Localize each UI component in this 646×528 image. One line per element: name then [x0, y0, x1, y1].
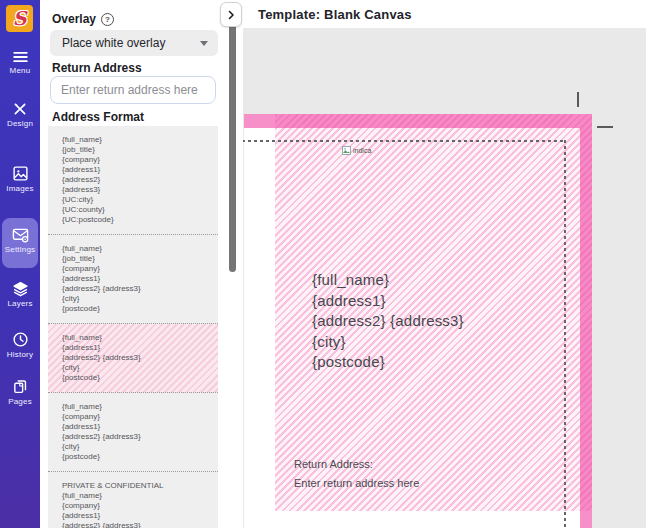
sidebar-item-label: Layers [0, 299, 40, 308]
indicia-placeholder[interactable]: indica [342, 146, 371, 155]
crop-mark-horizontal [597, 126, 613, 128]
format-line: {postcode} [62, 304, 214, 314]
sidebar-item-label: Design [0, 119, 40, 128]
return-address-label: Return Address [52, 61, 142, 75]
format-line: {city} [62, 294, 214, 304]
format-line: {UC:postcode} [62, 215, 214, 225]
sidebar-item-pages[interactable]: Pages [0, 377, 40, 406]
layers-icon [12, 281, 29, 297]
format-line: {city} [62, 442, 214, 452]
return-address-value: Enter return address here [294, 474, 419, 493]
address-block-object[interactable]: {full_name} {address1} {address2} {addre… [312, 270, 464, 373]
format-line: {city} [62, 363, 214, 373]
overlay-select[interactable]: Place white overlay [50, 30, 218, 56]
design-icon [12, 101, 28, 117]
format-line: {UC:county} [62, 205, 214, 215]
safe-area-dashed-top [236, 140, 566, 142]
format-line: PRIVATE & CONFIDENTIAL [62, 481, 214, 491]
format-line: {address3} [62, 185, 214, 195]
sidebar-item-label: History [0, 350, 40, 359]
format-line: {job_title} [62, 145, 214, 155]
address-line: {address1} [312, 291, 464, 312]
address-line: {postcode} [312, 352, 464, 373]
sidebar-item-settings[interactable]: Settings [0, 227, 40, 254]
address-format-option[interactable]: PRIVATE & CONFIDENTIAL{full_name}{compan… [48, 472, 218, 528]
sidebar-item-menu[interactable]: Menu [0, 50, 40, 75]
format-line: {full_name} [62, 244, 214, 254]
format-line: {address2} {address3} [62, 432, 214, 442]
format-line: {address2} [62, 175, 214, 185]
indicia-label: indica [353, 147, 371, 154]
format-line: {full_name} [62, 402, 214, 412]
format-line: {postcode} [62, 373, 214, 383]
format-line: {full_name} [62, 491, 214, 501]
address-format-option[interactable]: {full_name}{address1}{address2} {address… [48, 324, 218, 393]
address-format-option[interactable]: {full_name}{job_title}{company}{address1… [48, 126, 218, 235]
format-line: {company} [62, 412, 214, 422]
return-address-object[interactable]: Return Address: Enter return address her… [294, 455, 419, 493]
format-line: {company} [62, 155, 214, 165]
sidebar-item-history[interactable]: History [0, 331, 40, 359]
address-format-option[interactable]: {full_name}{company}{address1}{address2}… [48, 393, 218, 472]
return-address-title: Return Address: [294, 455, 419, 474]
sidebar-item-label: Menu [0, 66, 40, 75]
format-line: {full_name} [62, 333, 214, 343]
format-line: {address2} {address3} [62, 521, 214, 528]
icon-sidebar: S Menu Design Images Settings [0, 0, 40, 528]
format-line: {address1} [62, 511, 214, 521]
overlay-select-value: Place white overlay [62, 36, 200, 50]
sidebar-item-label: Pages [0, 397, 40, 406]
address-format-option[interactable]: {full_name}{job_title}{company}{address1… [48, 235, 218, 324]
menu-icon [12, 50, 29, 64]
format-line: {address1} [62, 343, 214, 353]
template-title: Template: Blank Canvas [258, 7, 412, 22]
format-line: {full_name} [62, 135, 214, 145]
sidebar-item-images[interactable]: Images [0, 165, 40, 193]
format-line: {address1} [62, 274, 214, 284]
caret-down-icon [200, 41, 208, 46]
format-line: {address1} [62, 165, 214, 175]
address-line: {address2} {address3} [312, 311, 464, 332]
address-format-label: Address Format [52, 110, 144, 124]
canvas-header-bar: Template: Blank Canvas [243, 0, 646, 28]
format-line: {address1} [62, 422, 214, 432]
format-line: {postcode} [62, 452, 214, 462]
settings-icon [12, 227, 29, 243]
format-line: {address2} {address3} [62, 284, 214, 294]
sidebar-item-label: Settings [0, 245, 40, 254]
format-line: {address2} {address3} [62, 353, 214, 363]
address-line: {full_name} [312, 270, 464, 291]
collapse-panel-button[interactable] [220, 2, 242, 27]
format-line: {UC:city} [62, 195, 214, 205]
broken-image-icon [342, 146, 351, 155]
overlay-section-label: Overlay ? [52, 12, 114, 26]
help-icon[interactable]: ? [101, 13, 114, 26]
sidebar-item-layers[interactable]: Layers [0, 281, 40, 308]
sidebar-item-design[interactable]: Design [0, 101, 40, 128]
format-line: {company} [62, 501, 214, 511]
logo-letter: S [13, 9, 27, 28]
settings-panel: Overlay ? Place white overlay Return Add… [40, 0, 243, 528]
overlay-label-text: Overlay [52, 12, 96, 26]
app-logo[interactable]: S [6, 5, 33, 32]
address-format-list: {full_name}{job_title}{company}{address1… [48, 126, 218, 528]
format-line: {job_title} [62, 254, 214, 264]
chevron-right-icon [225, 9, 237, 21]
format-line: {company} [62, 264, 214, 274]
safe-area-dashed-right [564, 140, 566, 528]
crop-mark-vertical [577, 92, 579, 107]
canvas-page: indica {full_name} {address1} {address2}… [244, 114, 592, 528]
address-line: {city} [312, 332, 464, 353]
pages-icon [12, 377, 29, 395]
panel-scrollbar-thumb[interactable] [229, 8, 236, 272]
sidebar-item-label: Images [0, 184, 40, 193]
history-icon [12, 331, 29, 348]
images-icon [12, 165, 29, 182]
return-address-input[interactable] [50, 76, 216, 104]
